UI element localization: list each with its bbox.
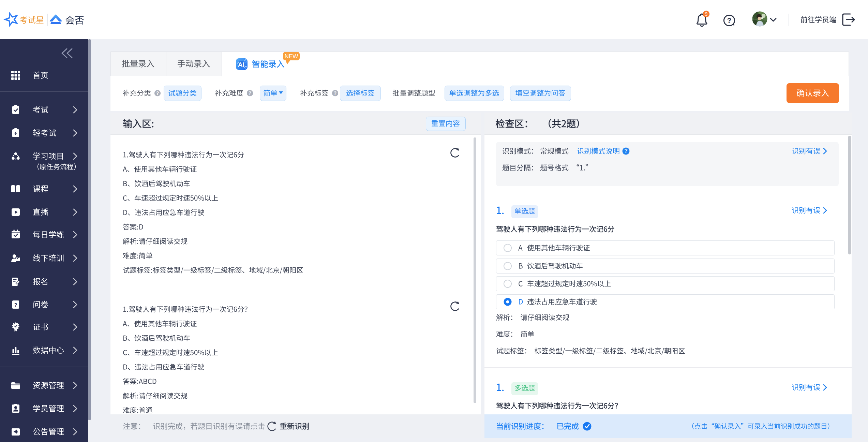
svg-text:?: ? [249, 91, 251, 96]
svg-text:?: ? [624, 148, 628, 154]
svg-text:?: ? [156, 91, 159, 96]
svg-text:9: 9 [705, 11, 708, 17]
svg-text:?: ? [14, 302, 17, 308]
svg-text:?: ? [727, 16, 732, 24]
svg-text:NEW: NEW [285, 53, 298, 60]
svg-text:?: ? [334, 91, 336, 96]
svg-text:AI: AI [238, 61, 244, 68]
